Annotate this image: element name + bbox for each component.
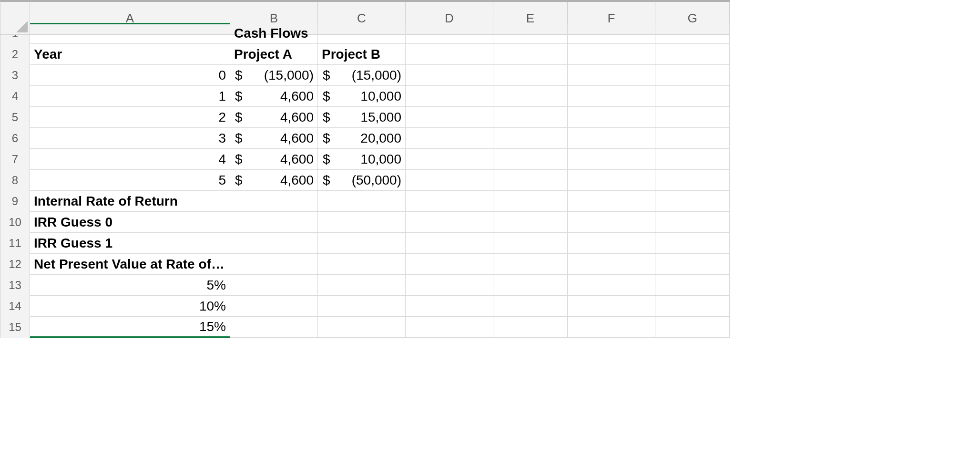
- cell-B10[interactable]: [230, 212, 318, 233]
- cell-F14[interactable]: [568, 296, 655, 317]
- row-header-10[interactable]: 10: [0, 212, 30, 233]
- cell-C14[interactable]: [318, 296, 406, 317]
- cell-E5[interactable]: [493, 107, 568, 128]
- cell-B5[interactable]: $ 4,600: [230, 107, 318, 128]
- row-header-5[interactable]: 5: [0, 107, 30, 128]
- cell-F1[interactable]: [568, 23, 655, 44]
- cell-A1[interactable]: [30, 23, 230, 44]
- row-header-2[interactable]: 2: [0, 44, 30, 65]
- cell-D12[interactable]: [406, 254, 493, 275]
- cell-E10[interactable]: [493, 212, 568, 233]
- cell-F3[interactable]: [568, 65, 655, 86]
- cell-B11[interactable]: [230, 233, 318, 254]
- row-header-14[interactable]: 14: [0, 296, 30, 317]
- cell-B9[interactable]: [230, 191, 318, 212]
- cell-B14[interactable]: [230, 296, 318, 317]
- cell-C8[interactable]: $ (50,000): [318, 170, 406, 191]
- cell-D9[interactable]: [406, 191, 493, 212]
- cell-E1[interactable]: [493, 23, 568, 44]
- cell-A3[interactable]: 0: [30, 65, 230, 86]
- cell-E6[interactable]: [493, 128, 568, 149]
- row-header-7[interactable]: 7: [0, 149, 30, 170]
- cell-C13[interactable]: [318, 275, 406, 296]
- cell-E4[interactable]: [493, 86, 568, 107]
- cell-F8[interactable]: [568, 170, 655, 191]
- cell-A4[interactable]: 1: [30, 86, 230, 107]
- spreadsheet-grid[interactable]: A B C D E F G 1 Cash Flows 2 Year Projec…: [0, 0, 730, 338]
- cell-B7[interactable]: $ 4,600: [230, 149, 318, 170]
- cell-C4[interactable]: $ 10,000: [318, 86, 406, 107]
- cell-C5[interactable]: $ 15,000: [318, 107, 406, 128]
- cell-B13[interactable]: [230, 275, 318, 296]
- cell-A13[interactable]: 5%: [30, 275, 230, 296]
- cell-D15[interactable]: [406, 317, 493, 338]
- cell-A12[interactable]: Net Present Value at Rate of…: [30, 254, 230, 275]
- cell-A5[interactable]: 2: [30, 107, 230, 128]
- cell-G6[interactable]: [655, 128, 730, 149]
- cell-C15[interactable]: [318, 317, 406, 338]
- cell-B8[interactable]: $ 4,600: [230, 170, 318, 191]
- cell-G8[interactable]: [655, 170, 730, 191]
- row-header-6[interactable]: 6: [0, 128, 30, 149]
- cell-G15[interactable]: [655, 317, 730, 338]
- row-header-15[interactable]: 15: [0, 317, 30, 338]
- row-header-4[interactable]: 4: [0, 86, 30, 107]
- cell-E3[interactable]: [493, 65, 568, 86]
- cell-D5[interactable]: [406, 107, 493, 128]
- cell-D1[interactable]: [406, 23, 493, 44]
- cell-G10[interactable]: [655, 212, 730, 233]
- cell-B4[interactable]: $ 4,600: [230, 86, 318, 107]
- select-all-corner[interactable]: [0, 2, 30, 35]
- cell-A14[interactable]: 10%: [30, 296, 230, 317]
- cell-G13[interactable]: [655, 275, 730, 296]
- row-header-3[interactable]: 3: [0, 65, 30, 86]
- cell-G12[interactable]: [655, 254, 730, 275]
- cell-D10[interactable]: [406, 212, 493, 233]
- cell-G1[interactable]: [655, 23, 730, 44]
- cell-F15[interactable]: [568, 317, 655, 338]
- cell-F13[interactable]: [568, 275, 655, 296]
- cell-F12[interactable]: [568, 254, 655, 275]
- cell-D7[interactable]: [406, 149, 493, 170]
- cell-B12[interactable]: [230, 254, 318, 275]
- row-header-8[interactable]: 8: [0, 170, 30, 191]
- cell-C3[interactable]: $ (15,000): [318, 65, 406, 86]
- cell-A6[interactable]: 3: [30, 128, 230, 149]
- cell-E9[interactable]: [493, 191, 568, 212]
- row-header-9[interactable]: 9: [0, 191, 30, 212]
- cell-E12[interactable]: [493, 254, 568, 275]
- cell-G4[interactable]: [655, 86, 730, 107]
- cell-C10[interactable]: [318, 212, 406, 233]
- cell-D8[interactable]: [406, 170, 493, 191]
- cell-E7[interactable]: [493, 149, 568, 170]
- cell-G14[interactable]: [655, 296, 730, 317]
- cell-D4[interactable]: [406, 86, 493, 107]
- cell-A15[interactable]: 15%: [30, 317, 230, 338]
- cell-E2[interactable]: [493, 44, 568, 65]
- cell-G9[interactable]: [655, 191, 730, 212]
- cell-F9[interactable]: [568, 191, 655, 212]
- cell-F11[interactable]: [568, 233, 655, 254]
- cell-F6[interactable]: [568, 128, 655, 149]
- cell-G2[interactable]: [655, 44, 730, 65]
- cell-C7[interactable]: $ 10,000: [318, 149, 406, 170]
- row-header-12[interactable]: 12: [0, 254, 30, 275]
- cell-B2[interactable]: Project A: [230, 44, 318, 65]
- cell-B3[interactable]: $ (15,000): [230, 65, 318, 86]
- cell-C2[interactable]: Project B: [318, 44, 406, 65]
- cell-G11[interactable]: [655, 233, 730, 254]
- cell-A11[interactable]: IRR Guess 1: [30, 233, 230, 254]
- cell-D6[interactable]: [406, 128, 493, 149]
- cell-D2[interactable]: [406, 44, 493, 65]
- cell-A2[interactable]: Year: [30, 44, 230, 65]
- cell-D3[interactable]: [406, 65, 493, 86]
- cell-B1[interactable]: Cash Flows: [230, 23, 318, 44]
- cell-E13[interactable]: [493, 275, 568, 296]
- cell-D14[interactable]: [406, 296, 493, 317]
- cell-A7[interactable]: 4: [30, 149, 230, 170]
- row-header-13[interactable]: 13: [0, 275, 30, 296]
- cell-G3[interactable]: [655, 65, 730, 86]
- cell-E11[interactable]: [493, 233, 568, 254]
- cell-D13[interactable]: [406, 275, 493, 296]
- row-header-11[interactable]: 11: [0, 233, 30, 254]
